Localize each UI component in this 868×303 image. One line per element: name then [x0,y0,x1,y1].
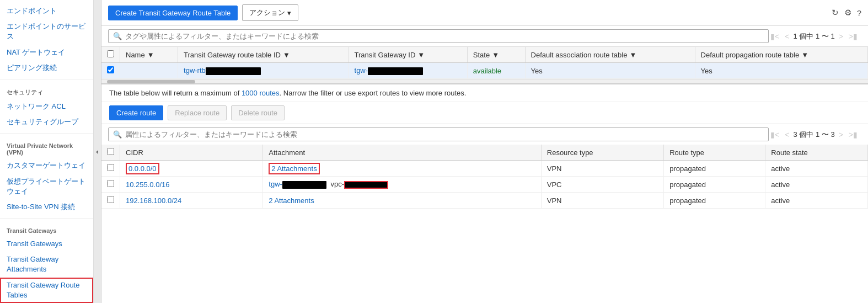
col-route-table-id[interactable]: Transit Gateway route table ID▼ [184,51,342,59]
lower-section: The table below will return a maximum of… [101,83,868,303]
routes-pagination-prev[interactable]: < [783,130,791,140]
chevron-left-icon: ‹ [96,147,98,156]
row-default-prop: Yes [695,63,867,79]
col-resource-type[interactable]: Resource type [547,148,658,157]
col-route-type[interactable]: Route type [669,148,759,157]
sidebar-item-endpoint-services[interactable]: エンドポイントのサービス [0,19,93,44]
actions-button[interactable]: アクション ▾ [242,4,298,21]
notice-text-after: . Narrow the filter or use export routes… [280,89,467,97]
routes-pagination-info: 3 個中 1 〜 3 [793,130,834,140]
scrollbar-hint [101,79,868,83]
col-default-assoc[interactable]: Default association route table▼ [531,51,689,59]
delete-route-button[interactable]: Delete route [231,105,285,120]
sidebar-item-site-to-site-vpn[interactable]: Site-to-Site VPN 接続 [0,199,93,215]
route-row-2-attachment: tgw- vpc- [263,177,541,193]
settings-icon[interactable]: ⚙ [844,8,851,18]
routes-search-bar: 🔍 [108,127,769,141]
pagination-info-top: 1 個中 1 〜 1 [793,31,834,41]
col-route-state[interactable]: Route state [771,148,862,157]
route-row-1-attachment: 2 Attachments [263,161,541,177]
actions-label: アクション [249,8,285,18]
col-name[interactable]: Name▼ [126,51,172,59]
main-table-container: Name▼ Transit Gateway route table ID▼ Tr… [101,46,868,79]
route-row-3-route-state: active [765,193,868,209]
sidebar-item-transit-gateway-attachments[interactable]: Transit Gateway Attachments [0,252,93,277]
sidebar-item-virtual-private-gateway[interactable]: 仮想プライベートゲートウェイ [0,174,93,199]
route-row-1-checkbox[interactable] [107,164,114,171]
replace-route-button[interactable]: Replace route [168,105,227,120]
route-row-1-resource-type: VPN [541,161,663,177]
routes-search-input[interactable] [125,130,764,139]
sidebar-item-network-acl[interactable]: ネットワーク ACL [0,99,93,114]
pagination-last-btn[interactable]: >▮ [847,31,859,41]
refresh-icon[interactable]: ↻ [832,8,839,18]
pagination-top: ▮< < 1 個中 1 〜 1 > >▮ [769,31,861,41]
create-transit-gateway-route-table-button[interactable]: Create Transit Gateway Route Table [108,6,238,20]
sidebar-item-security-groups[interactable]: セキュリティグループ [0,114,93,130]
route-row-1-cidr: 0.0.0.0/0 [120,161,263,177]
notice-text-before: The table below will return a maximum of [109,89,242,97]
main-table: Name▼ Transit Gateway route table ID▼ Tr… [101,47,868,79]
search-icon-routes: 🔍 [113,130,122,139]
route-row-2-resource-type: VPC [541,177,663,193]
sidebar-collapse-arrow[interactable]: ‹ [94,0,101,303]
create-route-button[interactable]: Create route [109,105,163,120]
route-row-1[interactable]: 0.0.0.0/0 2 Attachments VPN propagated a… [101,161,868,177]
search-icon-top: 🔍 [113,32,122,40]
sidebar-item-endpoints[interactable]: エンドポイント [0,3,93,19]
row-checkbox[interactable] [107,66,114,73]
notice-bar: The table below will return a maximum of… [101,84,868,102]
route-2-vpc-masked [344,181,388,189]
routes-select-all[interactable] [107,148,114,155]
route-row-3-resource-type: VPN [541,193,663,209]
routes-pagination-last[interactable]: >▮ [847,130,859,140]
sidebar-item-transit-gateways[interactable]: Transit Gateways [0,236,93,252]
pagination-prev-btn[interactable]: < [783,31,791,41]
col-state[interactable]: State▼ [473,51,519,59]
routes-pagination-next[interactable]: > [837,130,845,140]
route-row-2-checkbox[interactable] [107,180,114,187]
route-2-tgw-prefix: tgw- [269,180,326,188]
route-row-3-attachment: 2 Attachments [263,193,541,209]
row-route-table-id: tgw-rtb [178,63,349,79]
col-tgw-id[interactable]: Transit Gateway ID▼ [355,51,462,59]
route-row-3[interactable]: 192.168.100.0/24 2 Attachments VPN propa… [101,193,868,209]
lower-toolbar: Create route Replace route Delete route [101,102,868,124]
top-search-input[interactable] [125,32,764,40]
select-all-checkbox[interactable] [107,50,114,57]
route-row-1-route-state: active [765,161,868,177]
tgw-id-link[interactable]: tgw- [355,66,424,75]
scrollbar-thumb [107,80,195,83]
top-toolbar: Create Transit Gateway Route Table アクション… [101,0,868,26]
route-row-2-cidr: 10.255.0.0/16 [120,177,263,193]
route-row-2[interactable]: 10.255.0.0/16 tgw- vpc- VPC propagated a… [101,177,868,193]
pagination-first-btn[interactable]: ▮< [769,31,781,41]
notice-highlight[interactable]: 1000 routes [242,89,280,97]
route-table-id-link[interactable]: tgw-rtb [184,66,261,75]
route-table-id-masked [206,67,261,75]
col-cidr[interactable]: CIDR [126,148,257,157]
help-icon[interactable]: ? [857,8,861,18]
route-2-vpc-prefix: vpc- [331,180,389,188]
sidebar-item-transit-gateway-route-tables[interactable]: Transit Gateway Route Tables [0,278,93,303]
search-pagination-top: 🔍 ▮< < 1 個中 1 〜 1 > >▮ [108,29,861,43]
routes-table-container: CIDR Attachment Resource type Route type… [101,145,868,303]
route-row-3-checkbox[interactable] [107,196,114,203]
routes-pagination-first[interactable]: ▮< [769,130,781,140]
col-default-prop[interactable]: Default propagation route table▼ [701,51,862,59]
col-attachment[interactable]: Attachment [269,148,535,157]
row-state: available [467,63,525,79]
table-row[interactable]: tgw-rtb tgw- available Yes Yes [101,63,868,79]
route-row-3-cidr: 192.168.100.0/24 [120,193,263,209]
pagination-next-btn[interactable]: > [837,31,845,41]
route-row-3-route-type: propagated [664,193,765,209]
row-default-assoc: Yes [525,63,695,79]
sidebar-item-customer-gateway[interactable]: カスタマーゲートウェイ [0,158,93,173]
sidebar-item-nat-gateway[interactable]: NAT ゲートウェイ [0,45,93,60]
route-2-tgw-masked [282,181,326,189]
sidebar-item-peering[interactable]: ピアリング接続 [0,60,93,76]
routes-table: CIDR Attachment Resource type Route type… [101,145,868,209]
main-table-section: Name▼ Transit Gateway route table ID▼ Tr… [101,46,868,83]
sidebar-section-transit-gateways: Transit Gateways [0,222,93,236]
cidr-redbox-1: 0.0.0.0/0 [126,163,159,174]
